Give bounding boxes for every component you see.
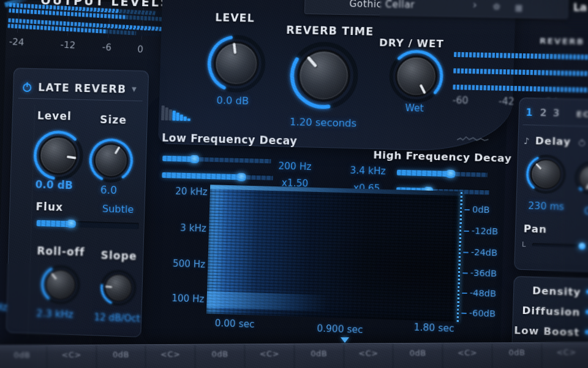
logo-fragment: La [573,1,587,13]
strip-cell[interactable]: <C> [344,344,393,368]
reverb-meter-bar [454,52,588,61]
db-axis-label: -12dB [472,226,499,237]
edge-value-fragment: Hz [0,302,7,313]
late-reverb-title: LATE REVERB [38,81,127,95]
strip-cell[interactable]: 0dB [393,344,443,368]
strip-cell[interactable]: <C> [245,345,295,368]
density-label: Density [514,284,581,298]
strip-cell[interactable]: <C> [146,345,195,368]
dry-wet-knob[interactable] [388,48,445,105]
plugin-window: OUTPUT LEVELS -24 -12 -6 0 6 Gothic Cell… [0,0,588,368]
collapse-arrow-icon[interactable]: ▼ [132,86,137,93]
preset-name[interactable]: Gothic Cellar [349,0,415,10]
pan-left-label: L [522,240,526,249]
db-axis-label: -48dB [470,288,497,299]
note-icon[interactable]: ♪ [524,136,530,146]
rolloff-label: Roll-off [37,245,85,258]
strip-cell[interactable]: 0dB [96,345,146,368]
high-freq-value: 3.4 kHz [350,165,386,177]
strip-cell[interactable]: 0dB [0,346,47,368]
lr-level-value: 0.0 dB [35,178,73,192]
main-level-knob[interactable] [206,33,268,94]
slope-knob[interactable] [99,269,137,307]
echo-tab-1[interactable]: 1 [526,107,533,118]
lr-level-knob[interactable] [32,129,85,182]
time-axis-label: 0.900 sec [317,323,363,335]
main-level-value: 0.0 dB [216,94,249,107]
echo-level-value: Off [577,205,588,218]
grid-icon[interactable]: ▦ [514,3,522,13]
strip-cell[interactable]: 0dB [295,345,344,368]
diffusion-slider[interactable] [586,310,588,316]
db-axis-label: -60dB [469,308,496,319]
time-axis-label: 1.80 sec [413,321,454,334]
decay-envelope-icon [161,102,191,121]
echo-delay-label: Delay [535,135,571,148]
spectrogram-display [206,185,464,322]
preset-next-arrow[interactable]: › [472,0,477,11]
bottom-control-strip: 0dB <C> 0dB <C> 0dB <C> 0dB <C> 0dB <C> … [0,342,588,368]
reverb-time-label: REVERB TIME [286,24,374,38]
echo-level-knob[interactable] [573,160,588,196]
pan-slider[interactable] [532,243,588,248]
db-axis-label: -36dB [470,267,497,278]
low-freq-value: 200 Hz [278,161,311,173]
late-reverb-panel: LATE REVERB ▼ Level Size 0.0 dB 6.0 Flux… [6,67,149,337]
meter-scale-label: -60 [453,94,469,106]
echoes-panel: 1 2 3 ECHOES ♪ Delay Level [514,98,588,273]
flux-value: Subtle [102,203,134,216]
slope-value: 12 dB/Oct [94,312,140,324]
strip-cell[interactable]: 0dB [492,343,542,368]
db-axis-label: 0dB [472,204,490,215]
flux-slider[interactable] [37,220,139,229]
rolloff-value: 2.3 kHz [36,307,74,320]
strip-cell[interactable]: <C> [443,343,492,368]
reverb-meter-bar [453,85,588,94]
strip-cell[interactable]: <C> [47,346,97,368]
freq-axis-label: 20 kHz [155,185,208,197]
diffusion-label: Diffusion [513,304,581,318]
reverb-time-value: 1.20 seconds [290,116,357,129]
pan-label: Pan [524,223,548,236]
lr-size-value: 6.0 [100,183,117,196]
meter-scale-label: -24 [9,36,24,48]
settings-icon[interactable]: ✿ [493,2,500,12]
dry-wet-value: Wet [405,102,424,114]
lr-level-label: Level [37,109,72,122]
time-axis-label: 0.00 sec [214,318,254,330]
reverb-time-knob[interactable] [288,40,361,111]
reverb-meter-bar [453,68,588,77]
strip-cell[interactable]: 0dB [195,345,245,368]
echo-delay-knob[interactable] [525,153,567,194]
power-icon[interactable] [578,139,586,147]
lr-size-label: Size [100,113,127,126]
rolloff-knob[interactable] [40,264,81,305]
strip-collapse-icon[interactable] [341,337,349,343]
meter-scale-label: 0 [137,44,144,55]
meter-scale-label: -12 [60,39,76,51]
low-boost-slider[interactable] [585,330,588,336]
echo-tab-2[interactable]: 2 [540,107,547,119]
meter-scale-label: -6 [102,42,111,53]
freq-axis-label: 100 Hz [152,292,205,305]
echo-delay-value: 230 ms [523,200,570,213]
power-icon[interactable] [21,82,33,93]
plugin-board: OUTPUT LEVELS -24 -12 -6 0 6 Gothic Cell… [0,0,588,368]
low-boost-label: Low Boost [513,324,580,339]
freq-axis-label: 3 kHz [154,221,207,234]
reverb-meters-title: REVERB LEVELS [515,36,588,47]
meter-scale-label: -42 [499,96,514,107]
strip-cell[interactable]: <C> [542,343,588,368]
db-axis-label: -24dB [471,247,498,258]
lr-size-knob[interactable] [88,137,135,183]
echo-tab-3[interactable]: 3 [552,107,560,119]
slope-label: Slope [100,249,137,263]
echoes-title: ECHOES [571,109,588,120]
wave-icon [456,132,490,145]
freq-axis-label: 500 Hz [153,258,206,270]
flux-label: Flux [36,201,63,213]
main-level-label: LEVEL [215,11,255,24]
